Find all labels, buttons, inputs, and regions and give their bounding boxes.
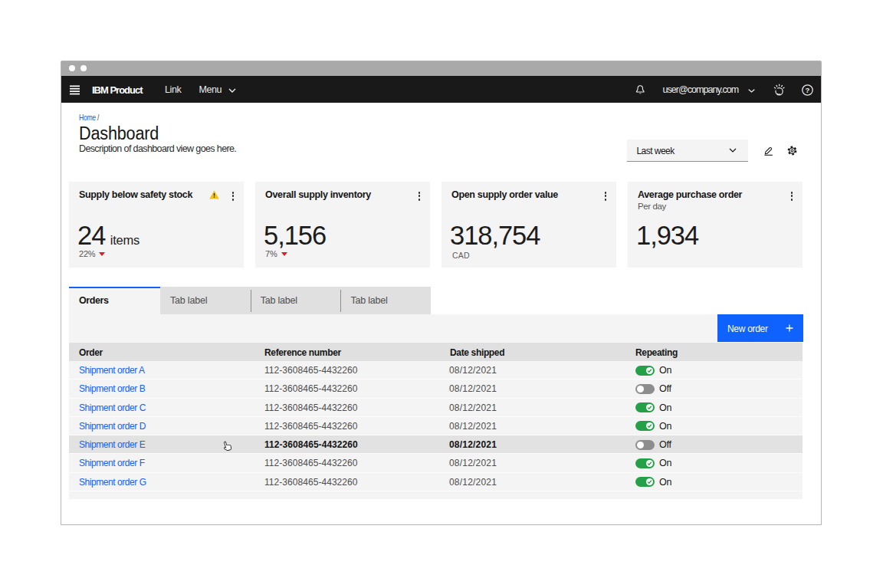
svg-text:?: ? bbox=[806, 85, 810, 94]
